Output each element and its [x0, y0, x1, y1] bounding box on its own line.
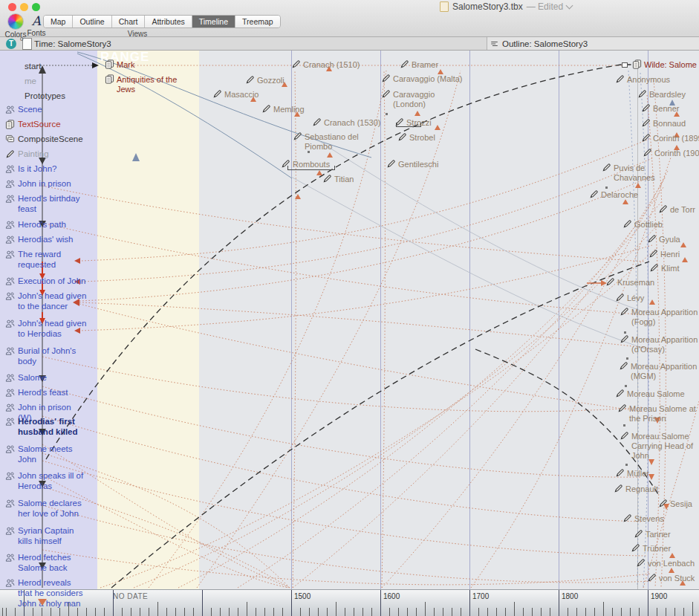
event-von-stuck[interactable]: von Stuck	[647, 573, 695, 583]
sidebar-item-compositescene[interactable]: CompositeScene	[5, 134, 87, 144]
event-anonymous[interactable]: Anonymous	[615, 74, 670, 85]
event-muller[interactable]: Müller	[615, 468, 649, 479]
event-henri[interactable]: Henri	[648, 249, 680, 259]
event-von-lenbach[interactable]: von Lenbach	[636, 558, 695, 568]
event-mark[interactable]: Mark	[105, 59, 134, 70]
minimize-window-button[interactable]	[20, 3, 28, 11]
pencil-icon	[293, 132, 302, 141]
sidebar-item-execution-of-john[interactable]: Execution of John	[5, 276, 87, 286]
tab-timeline[interactable]: Timeline	[192, 16, 235, 27]
anchor-dot	[626, 357, 628, 360]
event-levy[interactable]: Lévy	[615, 293, 644, 303]
event-kruseman[interactable]: Kruseman	[605, 277, 654, 288]
sidebar-item-salome-meets-john[interactable]: Salome meets John	[5, 444, 87, 464]
document-tab-icon[interactable]: 0	[22, 38, 32, 50]
window-title-text: SalomeStory3.tbx	[452, 1, 523, 12]
sidebar-item-herod-fetches-salome[interactable]: Herod fetches Salome back	[5, 552, 87, 573]
sidebar-item-the-reward-requested[interactable]: The reward requested	[5, 249, 87, 270]
book-icon	[105, 74, 114, 84]
people-icon	[5, 179, 15, 189]
composite-icon	[5, 134, 15, 144]
sidebar-item-herods-birthday-feast[interactable]: Herod's birthday feast	[5, 193, 87, 214]
event-puvis[interactable]: Puvis de Chavannes	[602, 163, 674, 183]
close-window-button[interactable]	[8, 3, 16, 11]
people-icon	[5, 235, 15, 244]
event-corinth-1899[interactable]: Corinth (1899)	[641, 133, 699, 143]
people-icon	[5, 578, 15, 588]
pencil-icon	[615, 468, 625, 478]
time-tab-label[interactable]: Time: SalomeStory3	[34, 39, 111, 48]
event-wilde-salome[interactable]: Wilde: Salome	[632, 59, 697, 70]
sidebar-item-johns-head-dancer[interactable]: John's head given to the dancer	[5, 291, 87, 311]
sidebar-item-textsource[interactable]: TextSource	[5, 119, 87, 129]
sidebar-item-herodias-first-husband[interactable]: Herodias' first husband killed	[5, 416, 87, 437]
event-de-torr[interactable]: de Torr	[658, 204, 695, 215]
event-regnault[interactable]: Regnault	[614, 484, 658, 494]
event-masaccio[interactable]: Masaccio	[212, 89, 259, 100]
event-memling[interactable]: Memling	[261, 104, 305, 114]
event-caravaggio-london[interactable]: Caravaggio (London)	[381, 89, 454, 109]
event-bonnaud[interactable]: Bonnaud	[641, 118, 686, 129]
event-corinth-1900[interactable]: Corinth (1900)	[643, 148, 699, 158]
sidebar-item-scene[interactable]: Scene	[5, 104, 87, 114]
gridline-1800	[559, 51, 559, 589]
event-moreau-salome[interactable]: Moreau Salome	[615, 389, 685, 399]
event-klimt[interactable]: Klimt	[649, 263, 679, 273]
sidebar-item-salome[interactable]: Salome	[5, 372, 87, 383]
event-trubner[interactable]: Trübner	[631, 543, 671, 554]
colors-tool[interactable]: Colors	[3, 13, 28, 39]
sidebar-item-prototypes[interactable]: Prototypes	[25, 91, 106, 101]
tab-chart[interactable]: Chart	[112, 16, 146, 27]
pencil-icon	[312, 117, 322, 127]
event-gyula[interactable]: Gyula	[647, 234, 680, 244]
event-moreau-mgm[interactable]: Moreau Apparition (MGM)	[619, 361, 699, 381]
tab-attributes[interactable]: Attributes	[145, 16, 192, 27]
sidebar-item-john-in-prison[interactable]: John in prison	[5, 178, 87, 189]
event-moreau-fogg[interactable]: Moreau Apparition (Fogg)	[620, 307, 699, 327]
tab-map[interactable]: Map	[44, 16, 73, 27]
outline-tab-label[interactable]: Outline: SalomeStory3	[502, 39, 588, 48]
event-moreau-prison[interactable]: Moreau Salome at the Prison	[617, 403, 699, 424]
sidebar-item-herodias-wish[interactable]: Herodias' wish	[5, 234, 87, 244]
zoom-window-button[interactable]	[32, 3, 40, 11]
event-gozzoli[interactable]: Gozzoli	[245, 75, 285, 85]
event-strobel[interactable]: Strobel	[397, 132, 435, 143]
chevron-down-icon[interactable]	[566, 2, 573, 10]
event-sebastiano[interactable]: Sebastiano del Piombo	[293, 132, 364, 152]
sidebar-item-me[interactable]: me	[25, 76, 106, 86]
event-delaroche[interactable]: Delaroche	[589, 189, 638, 200]
event-moreau-dorsay[interactable]: Moreau Apparition (d'Orsay)	[620, 334, 699, 354]
event-cranach-1530[interactable]: Cranach (1530)	[312, 117, 380, 128]
sidebar-item-is-it-john[interactable]: Is it John?	[5, 163, 87, 174]
sidebar-item-johns-head-herodias[interactable]: John's head given to Herodias	[5, 318, 87, 339]
document-proxy-icon[interactable]	[440, 1, 449, 12]
event-sesija[interactable]: Sesija	[658, 499, 692, 509]
event-gentileschi[interactable]: Gentileschi	[386, 159, 438, 169]
sidebar-item-start[interactable]: start	[25, 61, 106, 71]
event-beardsley[interactable]: Beardsley	[637, 89, 686, 100]
sidebar-item-john-speaks-ill[interactable]: John speaks ill of Herodias	[5, 470, 87, 491]
event-caravaggio-malta[interactable]: Caravaggio (Malta)	[381, 74, 463, 84]
sidebar-item-herods-feast[interactable]: Herod's feast	[5, 387, 87, 398]
event-cranach-1510[interactable]: Cranach (1510)	[291, 59, 360, 70]
tab-treemap[interactable]: Treemap	[235, 16, 280, 27]
gridline-1600	[380, 51, 381, 589]
event-stevens[interactable]: Stevens	[622, 513, 664, 524]
event-tanner[interactable]: Tanner	[634, 529, 671, 539]
sidebar-item-herods-path[interactable]: Herod's path	[5, 219, 87, 230]
event-benner[interactable]: Benner	[641, 103, 679, 114]
tab-outline[interactable]: Outline	[73, 16, 111, 27]
tinderbox-badge-icon[interactable]: T	[6, 39, 16, 49]
event-moreau-carrying[interactable]: Moreau Salome Carrying Head of John	[620, 431, 699, 461]
event-antiquities[interactable]: Antiquities of the Jews	[105, 74, 187, 94]
timeline-ruler[interactable]: NO DATE 1500 1600 1700 1800 1900	[0, 589, 699, 616]
event-titian[interactable]: Titian	[322, 174, 354, 184]
sidebar-item-burial-of-johns-body[interactable]: Burial of John's body	[5, 346, 87, 366]
event-bramer[interactable]: Bramer	[400, 59, 438, 70]
sidebar-item-painting[interactable]: Painting	[5, 149, 87, 159]
sidebar-item-salome-declares-love[interactable]: Salome declares her love of John	[5, 498, 87, 519]
pencil-icon	[641, 118, 651, 128]
event-gottlieb[interactable]: Gottlieb	[622, 219, 663, 230]
pencil-icon	[636, 558, 646, 568]
sidebar-item-syrian-captain[interactable]: Syrian Captain kills himself	[5, 525, 87, 546]
